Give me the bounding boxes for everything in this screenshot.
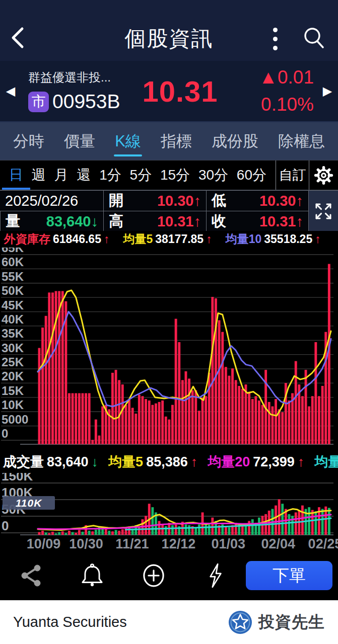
prev-stock-button[interactable]: ◀: [0, 84, 21, 98]
period-day[interactable]: 日: [9, 160, 23, 190]
plus-circle-icon: [140, 562, 167, 589]
period-restore[interactable]: 還: [77, 160, 91, 190]
tab-kline[interactable]: K線: [115, 122, 141, 160]
period-60min[interactable]: 60分: [237, 160, 266, 190]
up-triangle-icon: ▲: [259, 67, 278, 88]
brand-text: Yuanta Securities: [13, 614, 127, 630]
vol-ma20-value: 72,399: [253, 454, 295, 470]
svg-text:10/09: 10/09: [27, 536, 61, 551]
vol-ma5-label: 均量5: [108, 453, 143, 471]
tab-indicators[interactable]: 指標: [161, 122, 192, 160]
alerts-button[interactable]: [61, 562, 123, 589]
period-5min[interactable]: 5分: [130, 160, 152, 190]
volume-down-arrow: ↓: [92, 454, 99, 470]
holdings-legend: 外資庫存 61846.65 ↑ 均量5 38177.85 ↑ 均量10 3551…: [0, 231, 338, 248]
tab-ex-dividend[interactable]: 除權息: [278, 122, 325, 160]
ma5-value: 38177.85: [155, 232, 204, 246]
fullscreen-button[interactable]: [308, 190, 338, 232]
quote-volume-cell: 量 83,640↓: [0, 211, 103, 232]
quote-date-cell: 2025/02/26: [0, 190, 103, 211]
stock-code: 00953B: [52, 91, 120, 113]
chart-settings-button[interactable]: [309, 160, 338, 190]
quick-trade-button[interactable]: [184, 562, 246, 589]
svg-text:0: 0: [2, 427, 8, 440]
svg-text:65K: 65K: [2, 248, 24, 255]
svg-text:15K: 15K: [2, 384, 24, 397]
period-30min[interactable]: 30分: [198, 160, 228, 190]
vol-ma5-value: 85,386: [146, 454, 188, 470]
svg-text:50K: 50K: [2, 284, 24, 297]
svg-text:02/25: 02/25: [308, 536, 338, 551]
svg-text:10/30: 10/30: [69, 536, 103, 551]
period-custom[interactable]: 自訂: [276, 160, 309, 190]
stock-detail-screen: 個股資訊 ◀ 群益優選非投... 市 00953B 10.31 ▲0.01 0.…: [0, 0, 338, 644]
stock-price: 10.31: [128, 74, 232, 108]
low-value: 10.30↑: [259, 193, 303, 209]
search-button[interactable]: [301, 25, 327, 53]
volume-label: 量: [6, 211, 20, 231]
period-tab-bar: 日 週 月 還 1分 5分 15分 30分 60分 自訂: [0, 160, 338, 190]
open-label: 開: [109, 191, 123, 211]
open-value: 10.30↑: [157, 193, 201, 209]
tab-constituents[interactable]: 成份股: [212, 122, 258, 160]
svg-text:60K: 60K: [2, 255, 24, 269]
svg-text:0: 0: [2, 518, 9, 533]
next-stock-button[interactable]: ▶: [317, 84, 338, 98]
app-header: 個股資訊: [0, 0, 338, 61]
period-1min[interactable]: 1分: [99, 160, 121, 190]
holdings-value: 61846.65: [53, 232, 101, 246]
add-watchlist-button[interactable]: [123, 562, 184, 589]
svg-text:12/12: 12/12: [162, 536, 196, 551]
ma10-value: 35518.25: [264, 232, 312, 246]
volume-series-label: 成交量: [3, 453, 44, 471]
share-button[interactable]: [0, 562, 61, 589]
ma5-label: 均量5: [123, 231, 153, 247]
vol-ma20-label: 均量20: [208, 453, 250, 471]
svg-text:5000: 5000: [2, 413, 28, 426]
tab-minute-chart[interactable]: 分時: [13, 122, 44, 160]
place-order-button[interactable]: 下單: [246, 561, 332, 590]
stock-summary-bar: ◀ 群益優選非投... 市 00953B 10.31 ▲0.01 0.10% ▶: [0, 61, 338, 122]
search-icon: [301, 25, 327, 51]
volume-value: 83,640: [47, 454, 89, 470]
vol-ma60-label: 均量60: [314, 453, 338, 471]
period-15min[interactable]: 15分: [160, 160, 190, 190]
main-tab-bar: 分時 價量 K線 指標 成份股 除權息: [0, 122, 338, 160]
ma5-up-arrow: ↑: [206, 232, 212, 246]
stock-change-pct: 0.10%: [232, 91, 314, 118]
app-name-text: 投資先生: [258, 611, 325, 633]
holdings-up-arrow: ↑: [104, 232, 110, 246]
bottom-toolbar: 下單: [0, 551, 338, 600]
period-week[interactable]: 週: [32, 160, 46, 190]
quote-open-cell: 開 10.30↑: [103, 190, 206, 211]
vol-ma5-up-arrow: ↑: [191, 454, 198, 470]
share-icon: [18, 562, 44, 589]
close-label: 收: [212, 211, 226, 231]
crosshair-value-badge: 110K: [3, 496, 55, 510]
volume-legend: 成交量 83,640 ↓ 均量5 85,386 ↑ 均量20 72,399 ↑ …: [0, 451, 338, 472]
quote-low-cell: 低 10.30↑: [206, 190, 308, 211]
close-value: 10.31↑: [259, 213, 303, 230]
holdings-series-label: 外資庫存: [4, 231, 50, 247]
invest-mr-logo-icon: [228, 610, 252, 634]
period-month[interactable]: 月: [54, 160, 69, 190]
svg-text:01/03: 01/03: [212, 536, 246, 551]
overflow-menu-button[interactable]: [270, 26, 281, 52]
holdings-chart[interactable]: 65K60K55K50K45K40K35K30K25K20K15K10K5000…: [0, 248, 338, 449]
app-logo: 投資先生: [228, 610, 325, 634]
high-value: 10.31↑: [157, 213, 201, 230]
market-badge: 市: [28, 92, 49, 112]
svg-text:35K: 35K: [2, 327, 24, 340]
quote-table: 2025/02/26 開 10.30↑ 低 10.30↑ 量 83,640↓ 高…: [0, 190, 338, 232]
ma10-up-arrow: ↑: [315, 232, 321, 246]
svg-text:150K: 150K: [2, 473, 33, 484]
svg-text:45K: 45K: [2, 298, 24, 312]
tab-price-volume[interactable]: 價量: [64, 122, 95, 160]
svg-text:02/04: 02/04: [261, 536, 295, 551]
svg-text:25K: 25K: [2, 355, 24, 369]
quote-high-cell: 高 10.31↑: [103, 211, 206, 232]
stock-name: 群益優選非投...: [28, 69, 128, 86]
volume-chart[interactable]: 150K100K50K010/0910/3011/2112/1201/0302/…: [0, 473, 338, 551]
svg-text:55K: 55K: [2, 270, 24, 283]
svg-text:30K: 30K: [2, 341, 24, 355]
